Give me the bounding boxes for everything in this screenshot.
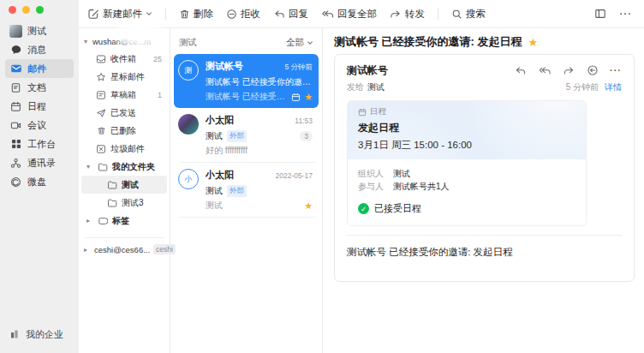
zoom-window-button[interactable] <box>36 6 44 14</box>
star-icon[interactable]: ★ <box>304 93 313 102</box>
folder-subfolder-ceshi[interactable]: 测试 <box>81 176 167 194</box>
folder-label: 垃圾邮件 <box>110 143 145 155</box>
participants-value: 测试帐号共1人 <box>393 181 450 193</box>
folder-label: 测试 <box>122 179 139 191</box>
reply-label: 回复 <box>289 8 308 21</box>
organizer-label: 组织人 <box>358 168 393 180</box>
mail-preview: 测试 <box>206 200 223 212</box>
folder-subfolder-ceshi3[interactable]: 测试3 <box>81 194 167 212</box>
sidebar-item-label: 工作台 <box>27 138 56 151</box>
forward-button[interactable]: 转发 <box>390 8 425 21</box>
reject-label: 拒收 <box>241 8 260 21</box>
delete-button[interactable]: 删除 <box>179 8 213 21</box>
privacy-blur-overlay <box>115 21 164 47</box>
sidebar-item-drive[interactable]: 微盘 <box>5 172 74 191</box>
mail-item-divider <box>180 217 316 218</box>
mail-envelope-icon <box>9 63 22 75</box>
drive-disk-icon <box>9 176 22 188</box>
my-company-button[interactable]: 我的企业 <box>0 328 79 353</box>
mail-filter-dropdown[interactable]: 全部 <box>286 37 313 49</box>
folder-sent[interactable]: 已发送 <box>81 104 167 122</box>
quick-reply-icon[interactable] <box>587 64 599 76</box>
message-body-divider <box>347 235 622 236</box>
folder-my-folders[interactable]: ▾ 我的文件夹 <box>81 158 167 176</box>
star-outline-icon <box>96 72 106 82</box>
org-chart-icon <box>9 157 22 170</box>
forward-label: 转发 <box>405 8 425 21</box>
secondary-account-badge: ceshi <box>153 244 176 254</box>
mail-subject-header: 测试帐号 已经接受你的邀请: 发起日程 ★ <box>334 28 635 54</box>
folder-junk[interactable]: 垃圾邮件 <box>81 140 167 158</box>
invite-status-text: 已接受日程 <box>374 202 421 215</box>
star-icon[interactable]: ★ <box>528 37 539 48</box>
search-button[interactable]: 搜索 <box>451 8 486 21</box>
detail-link[interactable]: 详情 <box>605 81 622 93</box>
mail-list-item[interactable]: 小太阳 11:53 测试 外部 3 好的 ffffffffff <box>174 108 319 162</box>
invite-title: 发起日程 <box>358 121 575 135</box>
invite-header: 日程 发起日程 3月1日 周三 15:00 - 16:00 <box>348 101 586 159</box>
caret-right-icon: ▸ <box>84 246 91 254</box>
more-options-button[interactable]: ··· <box>620 9 633 19</box>
close-window-button[interactable] <box>9 6 16 14</box>
mail-list-header: 测试 全部 <box>170 33 322 51</box>
app-sidebar: 测试 消息 邮件 文档 <box>0 0 79 353</box>
star-icon[interactable]: ★ <box>304 201 313 211</box>
message-time: 5 分钟前 <box>566 81 599 93</box>
user-name: 测试 <box>27 25 46 38</box>
reply-button[interactable]: 回复 <box>273 8 308 21</box>
invite-details: 组织人 测试 参与人 测试帐号共1人 ✓ 已接受日程 <box>348 159 586 225</box>
mail-list-pane: 测试 全部 测 测试帐号 5 分钟前 <box>170 28 323 353</box>
mail-subject: 测试 <box>206 130 223 142</box>
minimize-window-button[interactable] <box>22 6 30 14</box>
sidebar-item-meeting[interactable]: 会议 <box>5 116 74 135</box>
caret-down-icon: ▾ <box>84 38 91 45</box>
sidebar-item-messages[interactable]: 消息 <box>5 40 74 59</box>
compose-button[interactable]: 新建邮件 <box>87 8 152 21</box>
external-tag: 外部 <box>227 185 247 197</box>
folder-label: 收件箱 <box>110 53 136 65</box>
folder-starred[interactable]: 星标邮件 <box>81 68 167 86</box>
reply-all-button[interactable]: 回复全部 <box>321 8 377 21</box>
reply-icon[interactable] <box>514 65 527 76</box>
sidebar-item-label: 微盘 <box>27 176 46 188</box>
layout-toggle-icon[interactable] <box>594 8 606 20</box>
mail-time: 2022-05-17 <box>276 171 313 180</box>
mail-list-item[interactable]: 测 测试帐号 5 分钟前 测试帐号 已经接受你的邀请: 发... 测试帐号 已经… <box>174 54 319 108</box>
folder-pane: ▾ wushan@ce...m 收件箱 25 星标邮件 <box>79 28 170 353</box>
sidebar-item-docs[interactable]: 文档 <box>5 78 74 97</box>
mail-list-item[interactable]: 小 小太阳 2022-05-17 测试 外部 测试 <box>174 163 319 217</box>
mail-list-title: 测试 <box>179 37 197 49</box>
folder-inbox[interactable]: 收件箱 25 <box>81 50 167 68</box>
secondary-account-row[interactable]: ▸ ceshi@ces66... ceshi <box>79 244 170 254</box>
sidebar-item-workbench[interactable]: 工作台 <box>5 135 74 153</box>
chat-bubble-icon <box>9 44 22 57</box>
my-company-label: 我的企业 <box>26 328 63 341</box>
sidebar-item-profile[interactable]: 测试 <box>5 21 74 40</box>
folder-tags[interactable]: ▸ 标签 <box>81 212 167 230</box>
thread-count-badge: 3 <box>300 131 313 141</box>
document-icon <box>9 81 22 94</box>
message-body: 测试帐号 已经接受你的邀请: 发起日程 <box>347 246 622 259</box>
folder-icon <box>107 180 117 190</box>
sidebar-item-contacts[interactable]: 通讯录 <box>5 153 74 172</box>
forward-icon[interactable] <box>563 65 575 76</box>
compose-label: 新建邮件 <box>103 8 142 21</box>
search-icon <box>451 9 462 20</box>
content-columns: ▾ wushan@ce...m 收件箱 25 星标邮件 <box>79 28 644 353</box>
sender-name: 测试帐号 <box>206 60 281 73</box>
sidebar-item-mail[interactable]: 邮件 <box>5 59 74 78</box>
folder-deleted[interactable]: 已删除 <box>81 122 167 140</box>
message-more-button[interactable]: ··· <box>610 65 622 75</box>
reject-button[interactable]: 拒收 <box>226 8 260 21</box>
calendar-invite-card[interactable]: 日程 发起日程 3月1日 周三 15:00 - 16:00 组织人 测试 参 <box>347 100 587 226</box>
sidebar-item-calendar[interactable]: 日程 <box>5 97 74 116</box>
inbox-icon <box>96 54 106 64</box>
sender-avatar <box>178 114 199 135</box>
chevron-down-icon <box>307 39 313 46</box>
mail-toolbar: 新建邮件 删除 拒收 回复 回复全部 转发 <box>79 0 644 28</box>
folder-icon <box>107 198 117 208</box>
folder-label: 草稿箱 <box>110 89 136 101</box>
reply-all-icon[interactable] <box>538 65 552 76</box>
mail-item-content: 测试帐号 5 分钟前 测试帐号 已经接受你的邀请: 发... 测试帐号 已经接受… <box>206 60 313 103</box>
folder-drafts[interactable]: 草稿箱 1 <box>81 86 167 104</box>
